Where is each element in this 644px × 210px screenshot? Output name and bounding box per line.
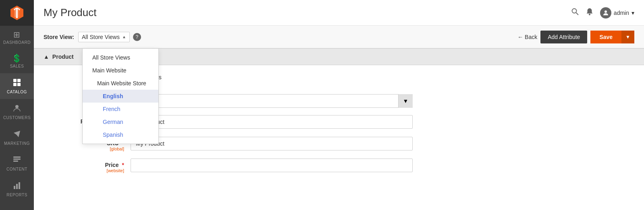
store-view-selector[interactable]: All Store Views ▲: [78, 32, 130, 42]
admin-dropdown-icon: ▾: [632, 10, 634, 16]
add-attribute-button[interactable]: Add Attribute: [540, 31, 587, 43]
dropdown-item-english[interactable]: English: [83, 90, 158, 103]
page-title: My Product: [44, 6, 571, 19]
marketing-icon: [12, 130, 21, 140]
product-name-field: [131, 115, 636, 129]
svg-rect-7: [17, 79, 21, 82]
svg-point-17: [572, 9, 576, 13]
svg-point-20: [605, 10, 607, 13]
sidebar-item-label: SALES: [10, 64, 24, 68]
svg-rect-3: [16, 8, 18, 18]
store-view-dropdown: All Store Views Main Website Main Websit…: [82, 48, 159, 144]
back-button[interactable]: ← Back: [517, 34, 537, 40]
svg-rect-15: [16, 184, 18, 189]
save-button-group: Save ▼: [590, 31, 634, 43]
sidebar-item-reports[interactable]: REPORTS: [0, 176, 34, 202]
dropdown-item-main-website[interactable]: Main Website: [83, 64, 158, 77]
price-field: [131, 159, 636, 172]
svg-rect-8: [13, 83, 17, 86]
reports-icon: [12, 181, 21, 191]
svg-rect-9: [17, 83, 21, 86]
sku-field: [131, 137, 636, 150]
help-icon[interactable]: ?: [133, 33, 141, 41]
store-view-bar: Store View: All Store Views ▲ ? All Stor…: [34, 26, 644, 48]
dashboard-icon: ⊞: [13, 31, 21, 39]
panel-title: Product: [52, 54, 74, 60]
panel-collapse-icon: ▲: [44, 54, 49, 60]
svg-rect-11: [13, 156, 21, 158]
main-content: My Product: [34, 0, 644, 210]
sku-input[interactable]: [131, 137, 413, 150]
svg-rect-12: [13, 159, 21, 160]
attribute-set-field: Default ▼: [131, 94, 636, 108]
notification-icon[interactable]: [586, 8, 594, 18]
store-view-label: Store View:: [44, 34, 74, 40]
sidebar-item-label: MARKETING: [4, 141, 30, 146]
svg-rect-13: [13, 161, 18, 162]
dropdown-item-french[interactable]: French: [83, 103, 158, 115]
sidebar-item-marketing[interactable]: MARKETING: [0, 125, 34, 150]
svg-rect-14: [14, 186, 15, 189]
store-view-bar-actions: ← Back Add Attribute Save ▼: [517, 31, 634, 43]
sidebar-item-customers[interactable]: CUSTOMERS: [0, 99, 34, 125]
save-button[interactable]: Save: [590, 31, 621, 43]
enable-product-field: Yes: [131, 72, 636, 82]
sidebar-item-dashboard[interactable]: ⊞ DASHBOARD: [0, 26, 34, 49]
sidebar-item-sales[interactable]: 💲 SALES: [0, 49, 34, 73]
content-icon: [12, 155, 21, 165]
store-view-selected: All Store Views: [82, 34, 120, 40]
toggle-row: Yes: [131, 72, 636, 82]
sku-scope: [global]: [42, 146, 124, 151]
sidebar: ⊞ DASHBOARD 💲 SALES CATALOG CUSTOMERS: [0, 0, 34, 210]
search-icon[interactable]: [571, 8, 579, 18]
svg-rect-6: [13, 79, 17, 82]
price-label-group: Price * [website]: [42, 159, 131, 173]
dropdown-item-spanish[interactable]: Spanish: [83, 128, 158, 141]
required-star: *: [122, 162, 124, 168]
admin-user[interactable]: admin ▾: [600, 7, 634, 19]
sidebar-item-label: REPORTS: [6, 193, 27, 197]
sidebar-logo: [0, 0, 34, 26]
svg-point-19: [589, 14, 590, 15]
sidebar-item-label: CONTENT: [6, 167, 27, 171]
price-label: Price *: [42, 162, 124, 168]
sidebar-item-label: CATALOG: [7, 90, 27, 94]
price-row: Price * [website]: [34, 159, 644, 173]
dropdown-item-german[interactable]: German: [83, 115, 158, 128]
store-view-arrow-icon: ▲: [122, 35, 126, 39]
sidebar-item-content[interactable]: CONTENT: [0, 150, 34, 176]
attribute-set-select-wrapper: Default ▼: [131, 94, 413, 108]
price-scope: [website]: [42, 168, 124, 173]
svg-point-10: [15, 105, 19, 108]
header-actions: admin ▾: [571, 7, 634, 19]
price-input[interactable]: [131, 159, 413, 172]
sidebar-item-catalog[interactable]: CATALOG: [0, 73, 34, 99]
sidebar-item-label: CUSTOMERS: [3, 115, 31, 120]
save-dropdown-button[interactable]: ▼: [621, 31, 634, 43]
svg-rect-16: [19, 182, 20, 189]
sidebar-item-label: DASHBOARD: [3, 40, 31, 45]
admin-label: admin: [614, 10, 629, 16]
dropdown-item-all-store-views[interactable]: All Store Views: [83, 51, 158, 64]
svg-line-18: [576, 13, 578, 15]
top-header: My Product: [34, 0, 644, 26]
product-name-input[interactable]: [131, 115, 413, 129]
attribute-set-select[interactable]: Default: [131, 94, 413, 108]
customers-icon: [12, 104, 21, 114]
catalog-icon: [12, 78, 21, 88]
dropdown-item-main-website-store[interactable]: Main Website Store: [83, 77, 158, 90]
sales-icon: 💲: [12, 54, 22, 62]
avatar: [600, 7, 611, 19]
